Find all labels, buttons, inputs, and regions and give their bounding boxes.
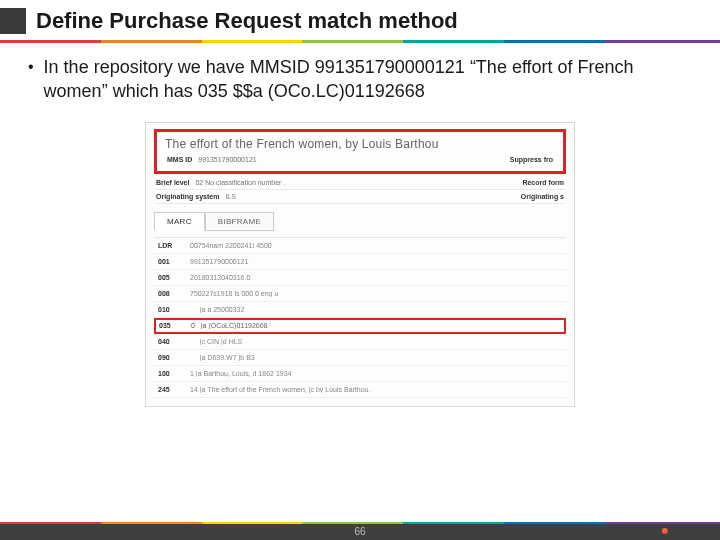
- record-title-highlight: The effort of the French women, by Louis…: [154, 129, 566, 174]
- marc-row: 00520180313040316.0: [154, 270, 566, 286]
- marc-value: __ |a a 25000332: [190, 306, 562, 313]
- marc-value: 0_ |a (OCoLC)01192668: [191, 322, 561, 329]
- marc-value: 1 |a Barthou, Louis, d 1862 1934: [190, 370, 562, 377]
- record-title: The effort of the French women, by Louis…: [165, 137, 555, 151]
- marc-value: __ |a D639.W7 |b B3: [190, 354, 562, 361]
- meta-value: ILS: [225, 193, 236, 200]
- marc-row: 090__ |a D639.W7 |b B3: [154, 350, 566, 366]
- marc-row: 24514 |a The effort of the French women,…: [154, 382, 566, 398]
- meta-label: Originating system: [156, 193, 219, 200]
- page-number: 66: [354, 526, 365, 537]
- bullet-item: • In the repository we have MMSID 991351…: [0, 43, 720, 108]
- logo-dot-icon: [662, 528, 668, 534]
- meta-value: 02 No classification number .: [195, 179, 285, 186]
- marc-value: 00754nam 2200241I 4500: [190, 242, 562, 249]
- marc-tag: 005: [158, 274, 190, 281]
- marc-row: 010__ |a a 25000332: [154, 302, 566, 318]
- slide-title-bar: Define Purchase Request match method: [0, 0, 720, 40]
- marc-tag: 001: [158, 258, 190, 265]
- marc-row: 0350_ |a (OCoLC)01192668: [154, 318, 566, 334]
- meta-label: Originating s: [521, 193, 564, 200]
- footer-rainbow-divider: [0, 522, 720, 524]
- marc-row: LDR00754nam 2200241I 4500: [154, 238, 566, 254]
- title-accent-block: [0, 8, 26, 34]
- marc-row: 001991351790000121: [154, 254, 566, 270]
- meta-label: Record form: [522, 179, 564, 186]
- meta-label: Brief level: [156, 179, 189, 186]
- meta-label: Suppress fro: [510, 156, 553, 163]
- slide-footer: 66: [0, 522, 720, 540]
- marc-tag: 035: [159, 322, 191, 329]
- marc-table: LDR00754nam 2200241I 4500001991351790000…: [154, 237, 566, 398]
- marc-tag: 100: [158, 370, 190, 377]
- marc-row: 008750227s1918 ls 000 0 eng u: [154, 286, 566, 302]
- marc-value: 14 |a The effort of the French women, |c…: [190, 386, 562, 393]
- marc-value: 750227s1918 ls 000 0 eng u: [190, 290, 562, 297]
- footer-logo: [662, 526, 702, 536]
- tab-bibframe[interactable]: BIBFRAME: [205, 212, 274, 231]
- marc-tag: 008: [158, 290, 190, 297]
- bullet-dot-icon: •: [28, 55, 34, 104]
- marc-tag: LDR: [158, 242, 190, 249]
- marc-row: 1001 |a Barthou, Louis, d 1862 1934: [154, 366, 566, 382]
- marc-tag: 245: [158, 386, 190, 393]
- slide-title: Define Purchase Request match method: [36, 8, 458, 34]
- embedded-screenshot: The effort of the French women, by Louis…: [145, 122, 575, 407]
- marc-row: 040__ |c CIN |d HLS: [154, 334, 566, 350]
- tab-marc[interactable]: MARC: [154, 212, 205, 231]
- marc-tag: 040: [158, 338, 190, 345]
- meta-label: MMS ID: [167, 156, 192, 163]
- record-tabs: MARC BIBFRAME: [154, 212, 566, 231]
- meta-row: Brief level 02 No classification number …: [154, 176, 566, 190]
- meta-row: MMS ID 991351790000121 Suppress fro: [165, 151, 555, 166]
- meta-value: 991351790000121: [198, 156, 256, 163]
- marc-tag: 090: [158, 354, 190, 361]
- meta-row: Originating system ILS Originating s: [154, 190, 566, 204]
- marc-value: 991351790000121: [190, 258, 562, 265]
- marc-value: 20180313040316.0: [190, 274, 562, 281]
- bullet-text: In the repository we have MMSID 99135179…: [44, 55, 692, 104]
- marc-tag: 010: [158, 306, 190, 313]
- marc-value: __ |c CIN |d HLS: [190, 338, 562, 345]
